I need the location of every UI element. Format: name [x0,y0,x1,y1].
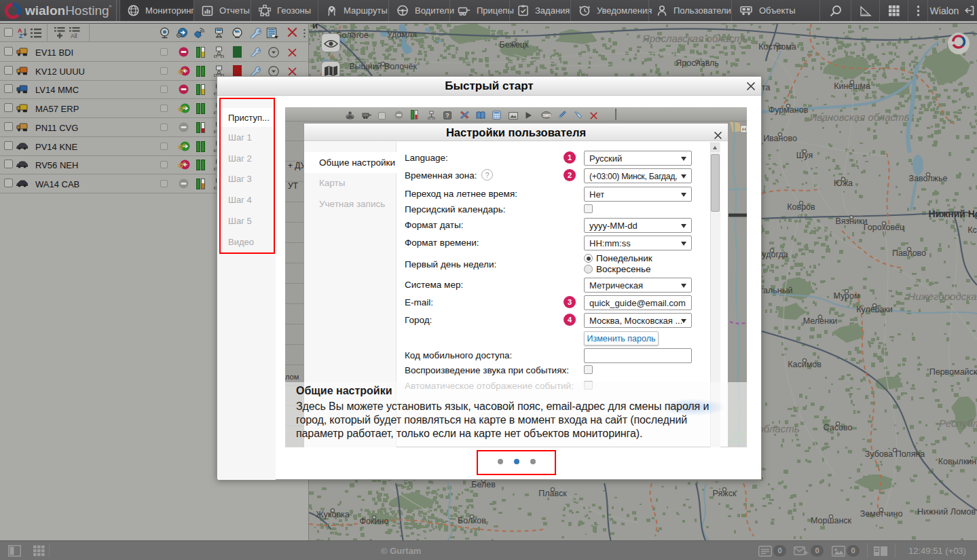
svg-text:Кострома: Кострома [758,42,796,52]
svg-text:SMS: SMS [543,113,551,117]
svg-text:Кс: Кс [967,225,977,235]
svg-text:Вышний Волочёк: Вышний Волочёк [349,62,417,71]
svg-text:Нижний Ломов: Нижний Ломов [917,507,976,517]
svg-text:Сасово: Сасово [824,423,853,432]
svg-text:Меленки: Меленки [803,316,838,326]
svg-text:Земетчино: Земетчино [860,509,903,519]
svg-text:Жуковка: Жуковка [316,510,350,519]
svg-text:Вязники: Вязники [835,217,867,226]
svg-text:H: H [742,126,746,132]
svg-text:Моршанск: Моршанск [811,516,852,525]
svg-text:Бежецк: Бежецк [500,40,529,50]
svg-text:Ряжск: Ряжск [713,489,737,498]
svg-text:Фурманов: Фурманов [769,105,809,115]
svg-text:область: область [758,423,799,434]
svg-text:Гороховец: Гороховец [864,223,904,232]
svg-text:Z: Z [19,33,23,39]
svg-text:Кинешма: Кинешма [834,81,870,91]
svg-text:Нижний Но: Нижний Но [929,208,977,219]
svg-text:Шуя: Шуя [796,151,813,160]
svg-text:Зубова Поляна: Зубова Поляна [865,449,925,459]
svg-text:Плавск: Плавск [538,489,567,498]
svg-text:?: ? [446,112,449,119]
svg-text:Ковров: Ковров [787,202,815,212]
svg-text:Белев: Белев [471,480,496,489]
svg-text:тальный: тальный [759,286,792,295]
svg-text:Ковылкин: Ковылкин [938,457,977,466]
svg-text:Южа: Южа [834,179,853,188]
svg-text:Нижегородска: Нижегородска [908,291,976,302]
svg-text:и: и [312,24,318,31]
svg-text:Ярославская область: Ярославская область [642,33,748,44]
svg-text:Фокино: Фокино [360,517,389,526]
svg-text:Республ: Республ [939,417,977,429]
svg-text:Иваново: Иваново [763,134,797,143]
svg-text:Первомайск: Первомайск [929,367,977,377]
svg-text:Удомля: Удомля [387,30,417,39]
svg-text:Ярославль: Ярославль [676,58,719,68]
svg-text:Касимов: Касимов [788,360,822,369]
svg-text:Кулебаки: Кулебаки [856,305,893,314]
svg-text:та: та [761,82,771,92]
svg-text:Бологое: Бологое [336,31,369,40]
svg-text:Муром: Муром [833,291,860,301]
svg-text:Павлово: Павлово [892,248,926,258]
svg-text:Ивановская область: Ивановская область [810,111,910,123]
svg-text:All: All [71,33,77,39]
svg-text:Заволжье: Заволжье [909,174,948,183]
svg-text:Болхов: Болхов [458,516,486,525]
